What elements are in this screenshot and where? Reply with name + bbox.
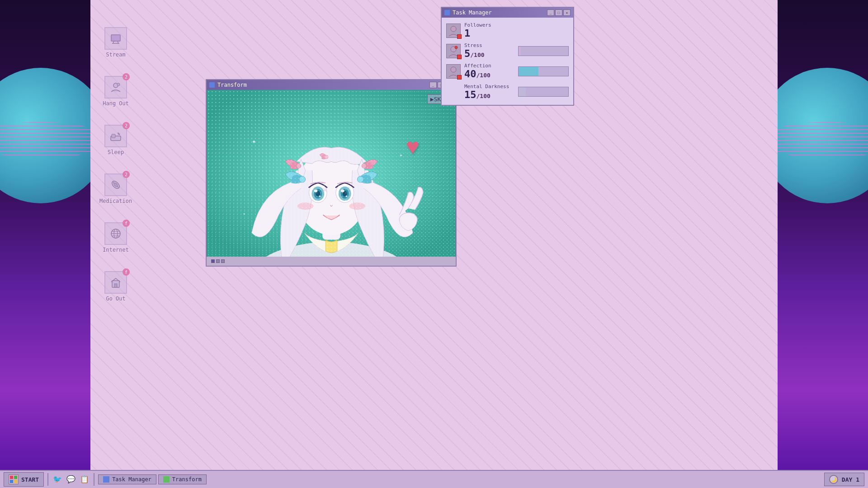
hangout-badge: 2 — [123, 73, 130, 80]
svg-point-52 — [455, 46, 458, 49]
start-icon — [9, 474, 19, 484]
svg-rect-55 — [14, 476, 17, 479]
transform-minimize[interactable]: _ — [429, 82, 437, 88]
heart-overlay: ♥ — [406, 135, 420, 161]
medication-badge: 2 — [123, 171, 130, 178]
svg-point-5 — [117, 83, 120, 86]
svg-rect-7 — [112, 134, 115, 138]
hangout-icon: 2 — [104, 76, 127, 99]
task-manager-titlebar[interactable]: Task Manager _ □ ✕ — [442, 8, 573, 18]
stream-label: Stream — [106, 52, 125, 58]
internet-label: Internet — [103, 247, 129, 253]
tm-close[interactable]: ✕ — [563, 9, 571, 16]
affection-row: Affection 40/100 — [446, 63, 569, 80]
sleep-label: Sleep — [108, 149, 124, 155]
taskbar-task-manager-btn[interactable]: Task Manager — [98, 474, 156, 484]
task-manager-title: Task Manager — [444, 9, 492, 16]
goout-icon: f — [104, 271, 127, 294]
medication-icon: 2 — [104, 174, 127, 196]
affection-bar-fill — [519, 67, 538, 76]
svg-rect-57 — [14, 480, 17, 483]
halftone-pattern — [207, 90, 456, 257]
taskbar-divider-2 — [94, 473, 94, 486]
start-button[interactable]: START — [4, 472, 44, 487]
stress-bar — [518, 46, 569, 56]
followers-badge — [457, 34, 462, 39]
sidebar-item-hangout[interactable]: 2 Hang Out — [99, 76, 132, 107]
taskbar: START 🐦 💬 📋 Task Manager Transform 🌙 DAY… — [0, 470, 868, 488]
sidebar-item-medication[interactable]: 2 Medication — [99, 174, 132, 204]
stress-label: Stress — [464, 42, 514, 48]
followers-row: Followers 1 — [446, 22, 569, 39]
task-manager-title-icon — [444, 10, 450, 15]
followers-avatar — [446, 23, 461, 38]
transform-bottom-bar — [207, 257, 456, 266]
medication-label: Medication — [99, 198, 132, 204]
goout-label: Go Out — [106, 296, 125, 302]
clipboard-icon[interactable]: 📋 — [79, 474, 90, 485]
transform-title-icon — [209, 82, 215, 88]
hangout-label: Hang Out — [103, 100, 129, 107]
prog-dot-1 — [211, 259, 215, 263]
svg-rect-0 — [111, 35, 120, 41]
task-manager-content: Followers 1 Stress 5/100 — [442, 18, 573, 105]
sidebar-item-stream[interactable]: Stream — [99, 27, 132, 58]
sidebar-item-internet[interactable]: f Internet — [99, 222, 132, 253]
stress-avatar — [446, 44, 461, 58]
taskbar-quick-icons: 🐦 💬 📋 — [52, 474, 90, 485]
stress-value: 5/100 — [464, 48, 514, 59]
tm-minimize[interactable]: _ — [547, 9, 554, 16]
taskbar-transform-btn[interactable]: Transform — [158, 474, 207, 484]
clock-icon: 🌙 — [829, 475, 838, 484]
svg-rect-17 — [114, 284, 117, 287]
transform-titlebar[interactable]: Transform _ □ ✕ — [207, 80, 456, 90]
followers-label: Followers — [464, 22, 569, 28]
internet-icon: f — [104, 222, 127, 245]
svg-point-53 — [451, 67, 456, 72]
svg-rect-54 — [10, 476, 13, 479]
left-sidebar: Stream 2 Hang Out 2 Sleep 2 — [99, 27, 132, 302]
task-manager-window: Task Manager _ □ ✕ Followers 1 — [441, 7, 574, 106]
affection-badge — [457, 75, 462, 80]
affection-avatar — [446, 64, 461, 79]
left-decoration — [0, 0, 90, 488]
affection-bar — [518, 66, 569, 76]
affection-value: 40/100 — [464, 69, 514, 80]
svg-point-50 — [451, 26, 456, 32]
mental-darkness-info: Mental Darkness 15/100 — [464, 84, 514, 100]
transform-content: ✦ ✦ ✦ ★ ♥ ▶SKIP — [207, 90, 456, 257]
followers-info: Followers 1 — [464, 22, 569, 39]
task-manager-taskbar-icon — [103, 476, 109, 483]
tm-maximize[interactable]: □ — [555, 9, 562, 16]
prog-dot-3 — [221, 259, 225, 263]
sidebar-item-sleep[interactable]: 2 Sleep — [99, 125, 132, 155]
stream-icon — [104, 27, 127, 50]
chat-icon[interactable]: 💬 — [66, 474, 76, 485]
transform-window: Transform _ □ ✕ — [206, 79, 457, 267]
followers-value: 1 — [464, 28, 569, 39]
sidebar-item-goout[interactable]: f Go Out — [99, 271, 132, 302]
mental-darkness-row: Mental Darkness 15/100 — [446, 84, 569, 100]
taskbar-clock: 🌙 DAY 1 — [824, 473, 864, 486]
stress-info: Stress 5/100 — [464, 42, 514, 59]
stress-row: Stress 5/100 — [446, 42, 569, 59]
goout-badge: f — [123, 268, 130, 276]
transform-taskbar-icon — [163, 476, 170, 483]
mental-darkness-bar — [518, 87, 569, 97]
svg-rect-56 — [10, 480, 13, 483]
right-decoration — [778, 0, 868, 488]
sleep-icon: 2 — [104, 125, 127, 147]
internet-badge: f — [123, 220, 130, 227]
transform-title: Transform — [209, 82, 247, 88]
sleep-badge: 2 — [123, 122, 130, 129]
left-circle-lines — [0, 122, 90, 158]
affection-info: Affection 40/100 — [464, 63, 514, 80]
twitter-icon[interactable]: 🐦 — [52, 474, 63, 485]
anime-scene: ✦ ✦ ✦ ★ ♥ ▶SKIP — [207, 90, 456, 257]
mental-darkness-bar-fill — [519, 87, 526, 96]
taskbar-divider-1 — [47, 473, 48, 486]
task-manager-controls: _ □ ✕ — [547, 9, 571, 16]
prog-dot-2 — [216, 259, 220, 263]
right-circle-lines — [778, 122, 868, 158]
progress-dots — [208, 259, 227, 263]
